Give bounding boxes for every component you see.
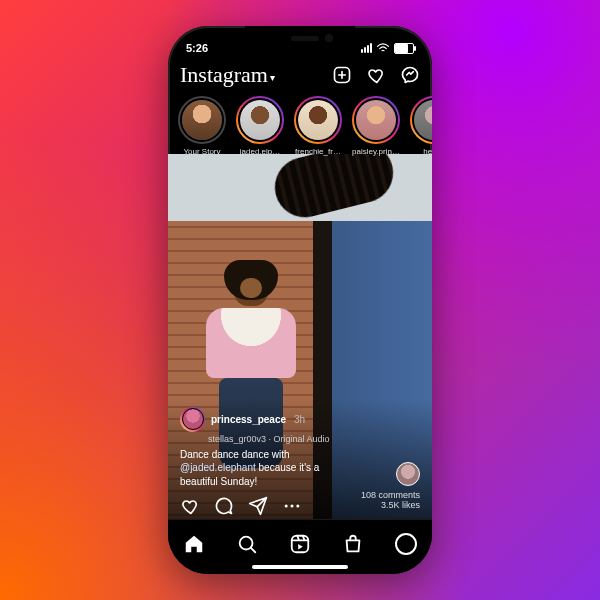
instagram-logo[interactable]: Instagram ▾ — [180, 62, 275, 88]
more-icon — [282, 496, 302, 516]
author-username[interactable]: princess_peace — [211, 414, 286, 425]
caption-mention[interactable]: @jaded.elephant — [180, 462, 256, 473]
story-item[interactable]: hea… — [410, 96, 432, 156]
feed-post[interactable]: princess_peace 3h stellas_gr00v3 · Origi… — [168, 154, 432, 526]
cellular-signal-icon — [361, 43, 372, 53]
svg-point-2 — [291, 505, 294, 508]
messenger-button[interactable] — [400, 65, 420, 85]
chevron-down-icon: ▾ — [270, 72, 275, 83]
post-time: 3h — [294, 414, 305, 425]
liker-avatar — [396, 462, 420, 486]
story-label: jaded.elp… — [240, 147, 280, 156]
post-caption[interactable]: Dance dance dance with @jaded.elephant b… — [180, 448, 350, 489]
post-image-overlay — [268, 154, 399, 224]
share-button[interactable] — [248, 496, 268, 516]
reels-icon — [289, 533, 311, 555]
comment-button[interactable] — [214, 496, 234, 516]
story-label: frenchie_fr… — [295, 147, 341, 156]
story-item[interactable]: frenchie_fr… — [294, 96, 342, 156]
profile-icon — [395, 533, 417, 555]
story-your-story[interactable]: + Your Story — [178, 96, 226, 156]
status-time: 5:26 — [186, 42, 208, 54]
stories-tray[interactable]: + Your Story jaded.elp… frenchie_fr… pai… — [168, 90, 432, 160]
story-item[interactable]: jaded.elp… — [236, 96, 284, 156]
svg-point-1 — [285, 505, 288, 508]
story-label: Your Story — [183, 147, 220, 156]
caption-text: Dance dance dance with — [180, 449, 290, 460]
post-author-row[interactable]: princess_peace 3h — [180, 407, 420, 432]
plus-square-icon — [332, 65, 352, 85]
app-header: Instagram ▾ — [168, 60, 432, 92]
post-info-overlay: princess_peace 3h stellas_gr00v3 · Origi… — [168, 399, 432, 527]
phone-frame: 5:26 Instagram ▾ — [168, 26, 432, 574]
engagement-counts[interactable]: 108 comments 3.5K likes — [361, 462, 420, 510]
comments-count[interactable]: 108 comments — [361, 490, 420, 500]
messenger-icon — [400, 65, 420, 85]
more-button[interactable] — [282, 496, 302, 516]
tab-shop[interactable] — [342, 533, 364, 555]
story-label: paisley.prin… — [352, 147, 400, 156]
likes-count[interactable]: 3.5K likes — [361, 500, 420, 510]
search-icon — [236, 533, 258, 555]
audio-attribution[interactable]: stellas_gr00v3 · Original Audio — [208, 434, 420, 444]
story-item[interactable]: paisley.prin… — [352, 96, 400, 156]
status-indicators — [361, 43, 414, 54]
tab-home[interactable] — [183, 533, 205, 555]
tab-reels[interactable] — [289, 533, 311, 555]
comment-icon — [214, 495, 234, 517]
send-icon — [248, 495, 268, 517]
shop-icon — [342, 533, 364, 555]
author-avatar — [180, 407, 205, 432]
like-button[interactable] — [180, 496, 200, 516]
gradient-background: 5:26 Instagram ▾ — [0, 0, 600, 600]
home-icon — [183, 533, 205, 555]
home-indicator[interactable] — [252, 565, 348, 569]
heart-icon — [366, 65, 386, 85]
story-label: hea… — [423, 147, 432, 156]
svg-point-3 — [296, 505, 299, 508]
tab-profile[interactable] — [395, 533, 417, 555]
device-notch — [245, 26, 355, 50]
battery-icon — [394, 43, 414, 54]
heart-icon — [180, 495, 200, 517]
create-post-button[interactable] — [332, 65, 352, 85]
wifi-icon — [376, 43, 390, 53]
brand-text: Instagram — [180, 62, 268, 88]
svg-rect-5 — [292, 536, 309, 553]
activity-button[interactable] — [366, 65, 386, 85]
tab-search[interactable] — [236, 533, 258, 555]
